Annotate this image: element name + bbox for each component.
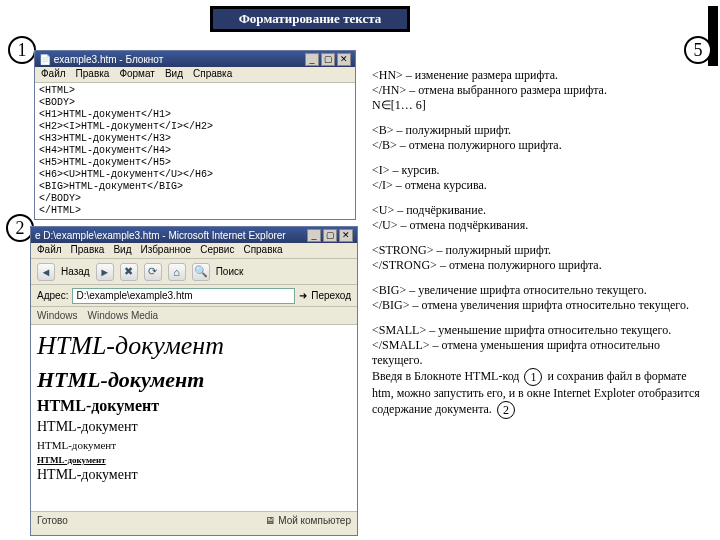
ie-viewport: HTML-документ HTML-документ HTML-докумен… [31, 325, 357, 511]
txt-hn1: <HN> – изменение размера шрифта. [372, 68, 558, 82]
ie-close-button[interactable]: ✕ [339, 229, 353, 242]
render-h2: HTML-документ [37, 367, 351, 393]
ie-menubar: Файл Правка Вид Избранное Сервис Справка [31, 243, 357, 259]
ie-menu-view[interactable]: Вид [113, 244, 131, 257]
explanatory-text: <HN> – изменение размера шрифта. </HN> –… [372, 68, 706, 429]
ie-address-bar: Адрес: ➜ Переход [31, 285, 357, 307]
render-big: HTML-документ [37, 467, 138, 482]
ie-window: e D:\example\example3.htm - Microsoft In… [30, 226, 358, 536]
menu-view[interactable]: Вид [165, 68, 183, 81]
notepad-menubar: Файл Правка Формат Вид Справка [35, 67, 355, 83]
txt-b2: </B> – отмена полужирного шрифта. [372, 138, 562, 152]
txt-b1: <B> – полужирный шрифт. [372, 123, 511, 137]
txt-sm1: <SMALL> – уменьшение шрифта относительно… [372, 323, 671, 337]
txt-big1: <BIG> – увеличение шрифта относительно т… [372, 283, 647, 297]
go-button[interactable]: ➜ [299, 290, 307, 301]
notepad-textarea[interactable]: <HTML> <BODY> <H1>HTML-документ</H1> <H2… [35, 83, 355, 219]
ie-menu-edit[interactable]: Правка [71, 244, 105, 257]
txt-i2: </I> – отмена курсива. [372, 178, 487, 192]
notepad-titlebar: 📄 example3.htm - Блокнот _ ▢ ✕ [35, 51, 355, 67]
close-button[interactable]: ✕ [337, 53, 351, 66]
address-label: Адрес: [37, 290, 68, 301]
render-h1: HTML-документ [37, 331, 351, 361]
ie-links-bar: Windows Windows Media [31, 307, 357, 325]
ie-menu-tools[interactable]: Сервис [200, 244, 234, 257]
ie-maximize-button[interactable]: ▢ [323, 229, 337, 242]
back-button[interactable]: ◄ [37, 263, 55, 281]
minimize-button[interactable]: _ [305, 53, 319, 66]
back-label: Назад [61, 266, 90, 277]
callout-5: 5 [684, 36, 712, 64]
txt-s2: </STRONG> – отмена полужирного шрифта. [372, 258, 602, 272]
txt-hn2: </HN> – отмена выбранного размера шрифта… [372, 83, 607, 97]
link-windows[interactable]: Windows [37, 310, 78, 321]
link-winmedia[interactable]: Windows Media [88, 310, 159, 321]
slide-title: Форматирование текста [210, 6, 410, 32]
render-h5: HTML-документ [37, 439, 351, 451]
go-label: Переход [311, 290, 351, 301]
notepad-window: 📄 example3.htm - Блокнот _ ▢ ✕ Файл Прав… [34, 50, 356, 220]
inline-callout-1: 1 [524, 368, 542, 386]
txt-u1: <U> – подчёркивание. [372, 203, 486, 217]
search-label: Поиск [216, 266, 244, 277]
menu-file[interactable]: Файл [41, 68, 66, 81]
callout-1: 1 [8, 36, 36, 64]
render-h6: HTML-документ [37, 455, 351, 465]
inline-callout-2: 2 [497, 401, 515, 419]
ie-minimize-button[interactable]: _ [307, 229, 321, 242]
render-h3: HTML-документ [37, 397, 351, 415]
home-button[interactable]: ⌂ [168, 263, 186, 281]
status-done: Готово [37, 515, 68, 526]
forward-button[interactable]: ► [96, 263, 114, 281]
txt-fin1a: Введя в Блокноте HTML-код [372, 369, 519, 383]
ie-menu-fav[interactable]: Избранное [140, 244, 191, 257]
txt-i1: <I> – курсив. [372, 163, 440, 177]
stop-button[interactable]: ✖ [120, 263, 138, 281]
txt-hn3: N∈[1… 6] [372, 98, 426, 112]
ie-title-text: D:\example\example3.htm - Microsoft Inte… [43, 230, 285, 241]
address-input[interactable] [72, 288, 295, 304]
maximize-button[interactable]: ▢ [321, 53, 335, 66]
search-icon[interactable]: 🔍 [192, 263, 210, 281]
txt-big2: </BIG> – отмена увеличения шрифта относи… [372, 298, 689, 312]
txt-sm2: </SMALL> – отмена уменьшения шрифта отно… [372, 338, 660, 367]
menu-help[interactable]: Справка [193, 68, 232, 81]
notepad-title-text: example3.htm - Блокнот [54, 54, 163, 65]
txt-u2: </U> – отмена подчёркивания. [372, 218, 528, 232]
render-h4: HTML-документ [37, 419, 351, 435]
ie-menu-help[interactable]: Справка [243, 244, 282, 257]
menu-edit[interactable]: Правка [76, 68, 110, 81]
ie-toolbar: ◄ Назад ► ✖ ⟳ ⌂ 🔍 Поиск [31, 259, 357, 285]
txt-s1: <STRONG> – полужирный шрифт. [372, 243, 551, 257]
ie-icon: e [35, 230, 41, 241]
notepad-doc-icon: 📄 [39, 54, 51, 65]
ie-menu-file[interactable]: Файл [37, 244, 62, 257]
menu-format[interactable]: Формат [119, 68, 155, 81]
zone-icon: 🖥 [265, 515, 275, 526]
status-zone: Мой компьютер [278, 515, 351, 526]
refresh-button[interactable]: ⟳ [144, 263, 162, 281]
ie-titlebar: e D:\example\example3.htm - Microsoft In… [31, 227, 357, 243]
ie-status-bar: Готово 🖥 Мой компьютер [31, 511, 357, 529]
